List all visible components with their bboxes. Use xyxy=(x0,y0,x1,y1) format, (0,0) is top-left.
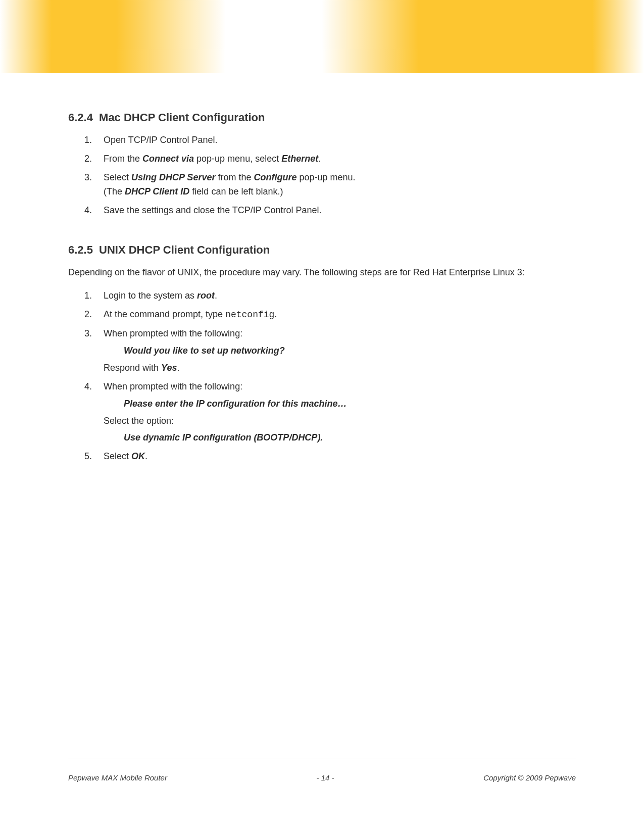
step-text: When prompted with the following: xyxy=(104,381,242,391)
step-text: Save the settings and close the TCP/IP C… xyxy=(104,205,322,215)
list-item: At the command prompt, type netconfig. xyxy=(84,308,576,322)
step-text: From the xyxy=(104,154,142,164)
step-text: from the xyxy=(215,172,254,182)
footer-left: Pepwave MAX Mobile Router xyxy=(68,773,167,782)
bold-text: DHCP Client ID xyxy=(125,186,189,197)
header-band xyxy=(0,0,644,73)
section-625-heading: 6.2.5 UNIX DHCP Client Configuration xyxy=(68,243,576,257)
step-text: . xyxy=(145,451,147,461)
page-content: 6.2.4 Mac DHCP Client Configuration Open… xyxy=(0,73,644,464)
bold-text: Using DHCP Server xyxy=(131,172,215,182)
bold-text: root xyxy=(197,290,215,301)
list-item: Open TCP/IP Control Panel. xyxy=(84,133,576,148)
list-item: When prompted with the following: Would … xyxy=(84,327,576,375)
step-text: . xyxy=(318,154,321,164)
section-number: 6.2.4 xyxy=(68,111,93,124)
option-text: Use dynamic IP configuration (BOOTP/DHCP… xyxy=(104,431,576,445)
step-text: Open TCP/IP Control Panel. xyxy=(104,135,217,145)
list-item: Login to the system as root. xyxy=(84,289,576,303)
step-text: Select xyxy=(104,172,131,182)
step-text: . xyxy=(274,309,277,319)
step-text: At the command prompt, type xyxy=(104,309,225,319)
step-text: . xyxy=(215,290,217,301)
footer-copyright: Copyright © 2009 Pepwave xyxy=(483,773,576,782)
step-text: Respond with xyxy=(104,363,161,373)
list-item: Select Using DHCP Server from the Config… xyxy=(84,171,576,199)
step-text: When prompted with the following: xyxy=(104,328,242,338)
step-response: Respond with Yes. xyxy=(104,361,576,375)
bold-text: Connect via xyxy=(142,154,194,164)
page-footer: Pepwave MAX Mobile Router - 14 - Copyrig… xyxy=(0,759,644,782)
section-title-text: UNIX DHCP Client Configuration xyxy=(99,243,270,256)
prompt-text: Please enter the IP configuration for th… xyxy=(104,397,576,411)
section-625-steps: Login to the system as root. At the comm… xyxy=(68,289,576,464)
list-item: From the Connect via pop-up menu, select… xyxy=(84,152,576,166)
bold-text: Yes xyxy=(161,363,177,373)
section-624-heading: 6.2.4 Mac DHCP Client Configuration xyxy=(68,111,576,124)
bold-text: Configure xyxy=(254,172,296,182)
step-text: pop-up menu, select xyxy=(194,154,281,164)
step-text: Select xyxy=(104,451,131,461)
footer-page-number: - 14 - xyxy=(317,773,334,782)
step-text: (The xyxy=(104,186,125,197)
step-text: Select the option: xyxy=(104,414,576,428)
step-text: Login to the system as xyxy=(104,290,197,301)
step-text: pop-up menu. xyxy=(296,172,355,182)
step-text: field can be left blank.) xyxy=(189,186,283,197)
bold-text: OK xyxy=(131,451,145,461)
mono-text: netconfig xyxy=(225,310,274,320)
section-title-text: Mac DHCP Client Configuration xyxy=(99,111,265,124)
list-item: Select OK. xyxy=(84,450,576,464)
bold-text: Ethernet xyxy=(281,154,318,164)
step-text: . xyxy=(177,363,179,373)
section-624-steps: Open TCP/IP Control Panel. From the Conn… xyxy=(68,133,576,217)
footer-divider xyxy=(68,759,576,759)
prompt-text: Would you like to set up networking? xyxy=(104,344,576,358)
list-item: Save the settings and close the TCP/IP C… xyxy=(84,204,576,218)
footer-row: Pepwave MAX Mobile Router - 14 - Copyrig… xyxy=(68,773,576,782)
list-item: When prompted with the following: Please… xyxy=(84,380,576,446)
section-number: 6.2.5 xyxy=(68,243,93,257)
intro-paragraph: Depending on the flavor of UNIX, the pro… xyxy=(68,266,576,280)
